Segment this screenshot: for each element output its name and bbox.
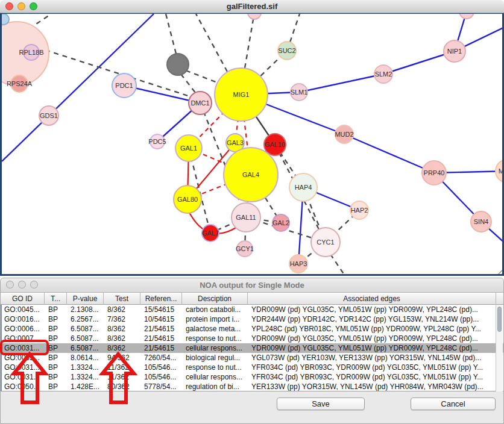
cell-p_value: 6.2567... [68, 314, 105, 324]
node-label-gds1: GDS1 [40, 112, 58, 119]
cell-description: response to nut... [183, 334, 249, 343]
table-row[interactable]: GO:0065...BP8.0614...94/3627260/54...bio… [2, 353, 503, 363]
node-label-gcy1: GCY1 [236, 245, 254, 252]
cell-reference: 105/546... [142, 372, 183, 382]
table-row[interactable]: GO:0006...BP6.5087...8/36221/54615galact… [2, 324, 503, 334]
column-header-type[interactable]: T... [45, 293, 67, 305]
noa-window-titlebar[interactable]: NOA output for Single Mode [1, 278, 503, 293]
column-header-test[interactable]: Test [104, 293, 140, 305]
cell-go_id: GO:0065... [2, 353, 46, 363]
cell-reference: 5778/54... [142, 382, 183, 391]
table-row[interactable]: GO:0050...BP1.428E...80/3625778/54...reg… [2, 382, 503, 391]
table-row[interactable]: GO:0045...BP2.1308...8/36215/54615carbon… [2, 305, 503, 314]
cell-test: 11/362 [105, 363, 142, 372]
node-label-hap3: HAP3 [290, 260, 307, 267]
cell-reference: 10/54615 [142, 314, 183, 324]
scrollbar-thumb[interactable] [497, 307, 502, 332]
node-label-dmc1: DMC1 [191, 99, 209, 107]
cell-associated_edges: YDR244W (pp) YDR142C, YDR142C (pp) YGL15… [249, 314, 497, 324]
cell-go_id: GO:0031... [2, 343, 46, 353]
cell-associated_edges: YDR009W (pd) YGL035C, YML051W (pp) YDR00… [249, 334, 497, 343]
cell-p_value: 1.3324... [68, 363, 105, 372]
cell-go_id: GO:0031... [2, 363, 46, 372]
node-label-slm2: SLM2 [375, 70, 392, 78]
column-header-p_value[interactable]: P-value [67, 293, 104, 305]
node-top-pink-2[interactable] [459, 14, 474, 19]
cell-reference: 7260/54... [142, 353, 183, 363]
cell-test: 7/362 [105, 314, 142, 324]
cell-description: cellular respons... [183, 372, 249, 382]
table-row[interactable]: GO:0031...BP1.3324...11/362105/546...cel… [2, 372, 503, 382]
cell-type: BP [46, 305, 68, 314]
cell-description: cellular respons... [183, 343, 249, 353]
cell-test: 8/362 [105, 343, 142, 353]
table-header: GO IDT...P-valueTestReferen...Desciption… [1, 293, 503, 305]
table-row[interactable]: GO:0031...BP1.3324...11/362105/546...res… [2, 363, 503, 372]
node-label-prp40: PRP40 [424, 169, 445, 176]
cell-type: BP [46, 343, 68, 353]
node-label-rps24a: RPS24A [7, 80, 33, 87]
cell-associated_edges: YPL248C (pd) YBR018C, YML051W (pp) YDR00… [249, 324, 497, 334]
node-corner-blue[interactable] [2, 14, 9, 25]
cell-associated_edges: YDR009W (pd) YGL035C, YML051W (pp) YDR00… [249, 343, 497, 353]
cell-type: BP [46, 382, 68, 391]
column-header-reference[interactable]: Referen... [140, 293, 182, 305]
cell-test: 8/362 [105, 305, 142, 314]
cell-test: 8/362 [105, 324, 142, 334]
cell-type: BP [46, 372, 68, 382]
noa-output-window: NOA output for Single Mode GO IDT...P-va… [0, 278, 504, 424]
node-label-pdc1: PDC1 [115, 82, 133, 89]
node-label-sin4: SIN4 [474, 218, 488, 225]
node-gray-node[interactable] [167, 54, 189, 75]
network-graph[interactable]: RPL18BRPS24APDC1GDS1MIG1DMC1SUC2SLM1SLM2… [2, 14, 504, 276]
node-label-msl1: MSL1 [499, 167, 504, 175]
network-window-titlebar[interactable]: galFiltered.sif [0, 0, 504, 13]
column-header-go_id[interactable]: GO ID [1, 293, 45, 305]
cell-associated_edges: YER133W (pp) YOR315W, YNL145W (pd) YHR08… [249, 382, 497, 391]
cell-reference: 105/546... [142, 363, 183, 372]
node-label-mig1: MIG1 [233, 91, 250, 98]
column-header-description[interactable]: Desciption [182, 293, 248, 305]
save-button[interactable]: Save [277, 398, 365, 410]
table-row[interactable]: GO:0016...BP6.2567...7/36210/54615protei… [2, 314, 503, 324]
cell-type: BP [46, 363, 68, 372]
cell-description: biological regul... [183, 353, 249, 363]
cell-associated_edges: YGL073W (pd) YER103W, YER133W (pp) YOR31… [249, 353, 497, 363]
cancel-button[interactable]: Cancel [411, 398, 496, 410]
cell-description: carbon cataboli... [183, 305, 249, 314]
node-top-pink-1[interactable] [248, 14, 261, 19]
network-window-title: galFiltered.sif [0, 2, 504, 11]
column-header-associated_edges[interactable]: Associated edges [248, 293, 496, 305]
cell-reference: 15/54615 [142, 305, 183, 314]
cell-test: 94/362 [105, 353, 142, 363]
node-label-gal10: GAL10 [265, 141, 285, 148]
node-label-nip1: NIP1 [447, 48, 462, 55]
node-label-hap4: HAP4 [295, 184, 312, 191]
network-window: galFiltered.sif RPL18BRPS24APDC1GDS1MIG1… [0, 0, 504, 276]
cell-go_id: GO:0006... [2, 324, 46, 334]
vertical-scrollbar[interactable] [496, 305, 503, 391]
node-label-gal7: GAL7 [202, 229, 219, 237]
network-edge [330, 254, 345, 276]
cell-p_value: 6.5087... [68, 334, 105, 343]
table-row[interactable]: GO:0007...BP6.5087...8/36221/54615respon… [2, 334, 503, 343]
table-row[interactable]: GO:0031...BP6.5087...8/36221/54615cellul… [2, 343, 503, 353]
node-label-gal3: GAL3 [227, 139, 244, 146]
cell-description: protein import i... [183, 314, 249, 324]
cell-reference: 21/54615 [142, 343, 183, 353]
cell-p_value: 6.5087... [68, 343, 105, 353]
cell-type: BP [46, 353, 68, 363]
network-edge [186, 70, 219, 83]
node-label-mud2: MUD2 [335, 131, 353, 138]
cell-p_value: 1.3324... [68, 372, 105, 382]
cell-description: galactose meta... [183, 324, 249, 334]
network-edge [196, 14, 227, 72]
cell-go_id: GO:0050... [2, 382, 46, 391]
node-label-rpl18b: RPL18B [19, 49, 44, 56]
network-canvas[interactable]: RPL18BRPS24APDC1GDS1MIG1DMC1SUC2SLM1SLM2… [0, 13, 504, 276]
cell-go_id: GO:0007... [2, 334, 46, 343]
cell-test: 8/362 [105, 334, 142, 343]
node-label-gal1: GAL1 [180, 145, 197, 152]
cell-associated_edges: YFR034C (pd) YBR093C, YDR009W (pd) YGL03… [249, 372, 497, 382]
node-label-suc2: SUC2 [278, 47, 295, 54]
